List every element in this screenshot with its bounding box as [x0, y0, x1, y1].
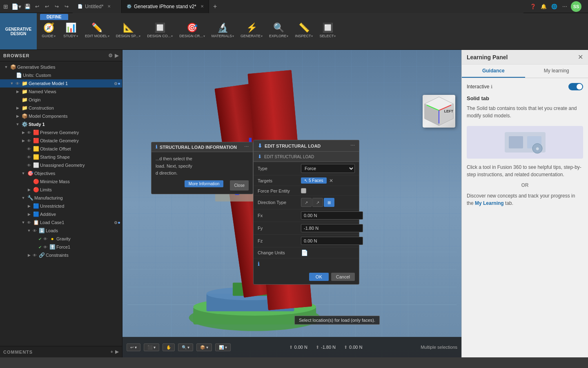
- expand-icon[interactable]: ▶: [15, 114, 20, 118]
- cancel-button[interactable]: Cancel: [331, 273, 355, 281]
- ok-button[interactable]: OK: [309, 273, 329, 281]
- tree-force1[interactable]: ✔ 👁 ⬆️ Force1: [0, 243, 122, 251]
- design-co-tool[interactable]: 🔲 DESIGN CO... ▾: [145, 21, 175, 49]
- unassigned-eye-icon[interactable]: 👁: [27, 163, 31, 168]
- tree-preserve-geometry[interactable]: ▶ 👁 🟥 Preserve Geometry: [0, 128, 122, 137]
- tree-model-components[interactable]: ▶ 📦 Model Components: [0, 112, 122, 120]
- my-learning-link[interactable]: My Learning: [475, 200, 504, 206]
- tree-generative-model[interactable]: ▼ 👁 📁 Generative Model 1 ⚙ ●: [0, 79, 122, 88]
- expand-icon[interactable]: ▶: [15, 106, 20, 110]
- nav-cube[interactable]: LEFT: [423, 95, 455, 128]
- add-tab-button[interactable]: +: [209, 0, 221, 13]
- tree-gravity[interactable]: ✔ 👁 ● Gravity: [0, 235, 122, 243]
- define-tab[interactable]: DEFINE: [40, 14, 68, 20]
- dir-type-btn-2[interactable]: ↗: [312, 198, 323, 207]
- expand-icon[interactable]: ▼: [3, 65, 9, 69]
- viewport-tool-display[interactable]: 📦 ▾: [196, 343, 212, 351]
- tree-obstacle-offset[interactable]: 👁 🟨 Obstacle Offset: [0, 145, 122, 153]
- expand-icon[interactable]: ▼: [9, 81, 15, 85]
- tree-additive[interactable]: ▶ 🟦 Additive: [0, 210, 122, 218]
- tab-untitled-close[interactable]: ✕: [107, 4, 111, 9]
- guide-tool[interactable]: 🧭 GUIDE ▾: [38, 21, 59, 49]
- tree-manufacturing[interactable]: ▼ 🔧 Manufacturing: [0, 194, 122, 202]
- loadcase-eye-icon[interactable]: 👁: [27, 220, 31, 225]
- app-grid-icon[interactable]: ⊞: [3, 3, 8, 10]
- tree-constraints[interactable]: ▶ 👁 🔗 Constraints: [0, 251, 122, 259]
- expand-icon[interactable]: ▶: [15, 90, 20, 94]
- materials-tool[interactable]: 🔬 MATERIALS ▾: [209, 21, 236, 49]
- expand-icon[interactable]: ▼: [15, 122, 20, 126]
- expand-icon[interactable]: ▼: [26, 229, 32, 233]
- tree-objectives[interactable]: ▼ 🎯 Objectives: [0, 169, 122, 177]
- type-select[interactable]: Force Moment Pressure: [301, 164, 355, 173]
- file-menu[interactable]: 📄▾: [11, 3, 21, 10]
- force1-check-icon[interactable]: ✔: [38, 245, 42, 249]
- edit-model-tool[interactable]: ✏️ EDIT MODEL ▾: [82, 21, 112, 49]
- interactive-toggle[interactable]: [568, 83, 583, 90]
- expand-icon[interactable]: ▼: [20, 171, 26, 175]
- tree-study1[interactable]: ▼ ⚙️ Study 1: [0, 120, 122, 128]
- tree-generative-studies[interactable]: ▼ 📦 Generative Studies: [0, 63, 122, 71]
- tree-minimize-mass[interactable]: 🔴 Minimize Mass: [0, 177, 122, 186]
- comments-add-icon[interactable]: +: [111, 349, 114, 355]
- inspect-tool[interactable]: 📏 INSPECT ▾: [292, 21, 315, 49]
- generate-tool[interactable]: ⚡ GENERATE ▾: [238, 21, 265, 49]
- tab-guidance[interactable]: Guidance: [462, 65, 525, 78]
- browser-expand-icon[interactable]: ▶: [115, 53, 119, 58]
- offset-eye-icon[interactable]: 👁: [27, 147, 31, 151]
- more-icon[interactable]: ⋯: [560, 2, 569, 11]
- expand-icon[interactable]: ▶: [26, 212, 32, 216]
- eye-icon[interactable]: 👁: [16, 81, 20, 86]
- comments-expand-icon[interactable]: ▶: [115, 349, 119, 355]
- viewport-tool-grid[interactable]: 📊 ▾: [215, 343, 231, 351]
- gravity-check-icon[interactable]: ✔: [38, 237, 42, 241]
- expand-icon[interactable]: ▼: [20, 196, 26, 200]
- tree-limits[interactable]: ▶ 🔴 Limits: [0, 186, 122, 194]
- dialog-expand-icon[interactable]: ⋯: [350, 143, 355, 148]
- sip-close-button[interactable]: Close: [230, 180, 249, 191]
- undo-arrow[interactable]: ↩: [42, 2, 51, 11]
- loads-eye-icon[interactable]: 👁: [33, 229, 37, 233]
- tree-loads[interactable]: ▼ 👁 ⬇️ Loads: [0, 227, 122, 235]
- select-tool[interactable]: 🔲 SELECT ▾: [317, 21, 338, 49]
- viewport-tool-pan[interactable]: ✋: [163, 343, 175, 351]
- design-sp-tool[interactable]: 📐 DESIGN SP... ▾: [114, 21, 143, 49]
- dir-type-btn-1[interactable]: ↗: [301, 198, 312, 207]
- viewport-tool-undo[interactable]: ↩ ▾: [127, 343, 140, 351]
- expand-icon[interactable]: ▶: [26, 188, 32, 192]
- redo-arrow[interactable]: ↪: [62, 2, 71, 11]
- user-avatar[interactable]: SS: [571, 1, 581, 12]
- tree-starting-shape[interactable]: 👁 🟨 Starting Shape: [0, 153, 122, 161]
- force1-eye-icon[interactable]: 👁: [43, 245, 47, 249]
- fx-input[interactable]: [301, 211, 363, 220]
- preserve-eye-icon[interactable]: 👁: [27, 130, 31, 135]
- tree-units[interactable]: 📄 Units: Custom: [0, 71, 122, 79]
- targets-button[interactable]: ↖ 5 Faces: [301, 177, 327, 184]
- learning-panel-close[interactable]: ✕: [578, 53, 583, 61]
- help-icon[interactable]: ❓: [528, 2, 537, 11]
- constraints-eye-icon[interactable]: 👁: [33, 253, 37, 258]
- loadcase-gear-icon[interactable]: ⚙: [114, 220, 118, 225]
- dir-type-btn-3[interactable]: ⊞: [324, 198, 334, 207]
- tree-construction[interactable]: ▶ 📁 Construction: [0, 104, 122, 112]
- tab-generative-close[interactable]: ✕: [200, 4, 204, 9]
- expand-icon[interactable]: ▶: [20, 139, 26, 143]
- notifications-icon[interactable]: 🔔: [539, 2, 548, 11]
- tree-unassigned-geometry[interactable]: 👁 ⬜ Unassigned Geometry: [0, 161, 122, 169]
- gravity-eye-icon[interactable]: 👁: [43, 237, 47, 241]
- viewport[interactable]: LEFT ℹ STRUCTURAL LOAD INFORMATION ⋯ ...…: [122, 50, 461, 357]
- sip-expand-icon[interactable]: ⋯: [244, 144, 249, 150]
- tree-load-case1[interactable]: ▼ 👁 📋 Load Case1 ⚙ ●: [0, 218, 122, 227]
- targets-close-button[interactable]: ✕: [329, 178, 333, 184]
- fy-input[interactable]: [301, 224, 363, 232]
- interactive-info-icon[interactable]: ℹ: [491, 84, 492, 90]
- fz-input[interactable]: [301, 237, 363, 245]
- tab-generative[interactable]: ⚙️ Generative iPhone stand v2* ✕: [122, 0, 209, 13]
- design-cr-tool[interactable]: 🎯 DESIGN CR... ▾: [177, 21, 207, 49]
- save-button[interactable]: 💾: [23, 2, 32, 11]
- change-units-icon[interactable]: 📄: [301, 249, 308, 256]
- undo-button[interactable]: ↩: [33, 2, 42, 11]
- more-info-button[interactable]: More Information: [185, 180, 224, 187]
- expand-icon[interactable]: ▼: [20, 220, 26, 224]
- viewport-tool-zoom[interactable]: 🔍 ▾: [178, 343, 194, 351]
